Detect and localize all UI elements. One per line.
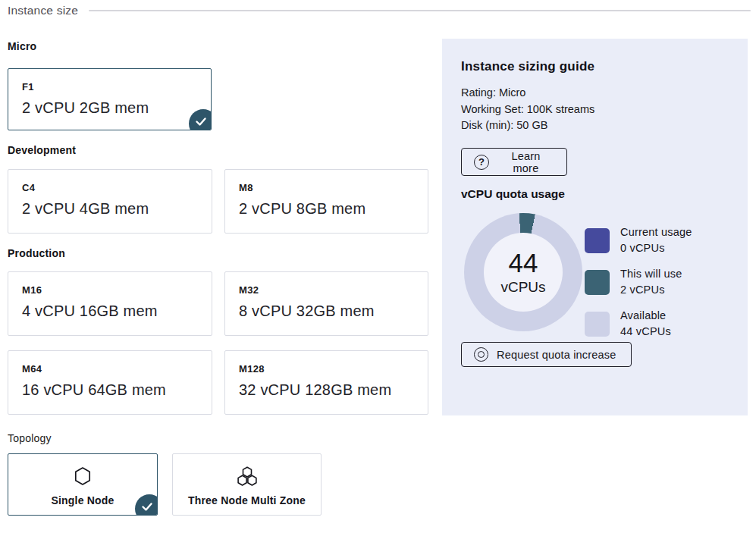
card-spec: 4 vCPU 16GB mem: [22, 303, 198, 320]
guide-rating: Rating: Micro: [461, 85, 594, 102]
guide-title: Instance sizing guide: [461, 59, 594, 74]
group-label-development: Development: [8, 144, 76, 156]
question-mark-icon: ?: [474, 155, 489, 170]
legend-row-current-usage: Current usage 0 vCPUs: [585, 224, 692, 256]
request-quota-label: Request quota increase: [497, 349, 616, 361]
legend-text: Current usage 0 vCPUs: [620, 224, 692, 256]
card-code: M16: [22, 284, 198, 296]
single-hexagon-icon: [74, 465, 92, 488]
section-header: Instance size: [8, 2, 751, 19]
topology-option-three-node-multi-zone[interactable]: Three Node Multi Zone: [172, 453, 322, 516]
card-code: M128: [239, 363, 414, 375]
size-card-m16[interactable]: M16 4 vCPU 16GB mem: [8, 271, 212, 336]
available-swatch: [585, 312, 610, 337]
selected-check-icon: [189, 109, 212, 130]
will-use-swatch: [585, 270, 610, 295]
size-card-c4[interactable]: C4 2 vCPU 4GB mem: [8, 169, 212, 234]
size-card-m32[interactable]: M32 8 vCPU 32GB mem: [224, 271, 428, 336]
donut-value: 44: [509, 249, 538, 277]
vcpu-donut-ring: 44 vCPUs: [464, 213, 582, 331]
card-code: M8: [239, 182, 414, 193]
card-spec: 2 vCPU 4GB mem: [22, 200, 198, 218]
card-spec: 8 vCPU 32GB mem: [239, 303, 414, 320]
learn-more-label: Learn more: [497, 150, 554, 174]
group-label-topology: Topology: [8, 432, 52, 444]
quota-title: vCPU quota usage: [461, 187, 565, 201]
request-quota-increase-button[interactable]: Request quota increase: [461, 342, 632, 367]
size-card-m128[interactable]: M128 32 vCPU 128GB mem: [224, 350, 428, 415]
instance-size-form: Instance size Micro F1 2 vCPU 2GB mem De…: [0, 0, 756, 533]
guide-disk: Disk (min): 50 GB: [461, 118, 594, 134]
legend-row-this-will-use: This will use 2 vCPUs: [585, 266, 692, 298]
page-title: Instance size: [8, 4, 78, 17]
size-card-m8[interactable]: M8 2 vCPU 8GB mem: [224, 169, 428, 234]
card-spec: 16 vCPU 64GB mem: [22, 381, 198, 399]
group-label-micro: Micro: [8, 40, 36, 52]
quota-target-icon: [474, 347, 488, 362]
guide-working-set: Working Set: 100K streams: [461, 102, 594, 118]
guide-info: Rating: Micro Working Set: 100K streams …: [461, 85, 594, 134]
card-code: M64: [22, 363, 198, 375]
legend-text: This will use 2 vCPUs: [620, 266, 682, 298]
card-code: C4: [22, 182, 198, 193]
card-spec: 2 vCPU 8GB mem: [239, 200, 414, 218]
donut-unit: vCPUs: [500, 279, 545, 296]
header-divider: [89, 10, 751, 11]
selected-check-icon: [135, 494, 158, 516]
instance-sizing-guide-panel: Instance sizing guide Rating: Micro Work…: [442, 39, 748, 415]
card-code: F1: [22, 81, 197, 92]
vcpu-donut-center: 44 vCPUs: [484, 233, 563, 312]
topology-option-label: Single Node: [51, 494, 114, 506]
size-card-f1[interactable]: F1 2 vCPU 2GB mem: [8, 68, 212, 130]
size-card-m64[interactable]: M64 16 vCPU 64GB mem: [8, 350, 212, 415]
legend-text: Available 44 vCPUs: [620, 308, 671, 340]
topology-option-label: Three Node Multi Zone: [188, 494, 306, 506]
group-label-production: Production: [8, 247, 65, 259]
legend-row-available: Available 44 vCPUs: [585, 308, 692, 340]
learn-more-button[interactable]: ? Learn more: [461, 148, 567, 176]
card-spec: 2 vCPU 2GB mem: [22, 99, 197, 117]
quota-legend: Current usage 0 vCPUs This will use 2 vC…: [585, 224, 692, 350]
current-usage-swatch: [585, 228, 610, 253]
three-hexagons-icon: [235, 465, 259, 488]
card-spec: 32 vCPU 128GB mem: [239, 381, 414, 399]
topology-option-single-node[interactable]: Single Node: [8, 453, 158, 516]
card-code: M32: [239, 284, 414, 296]
